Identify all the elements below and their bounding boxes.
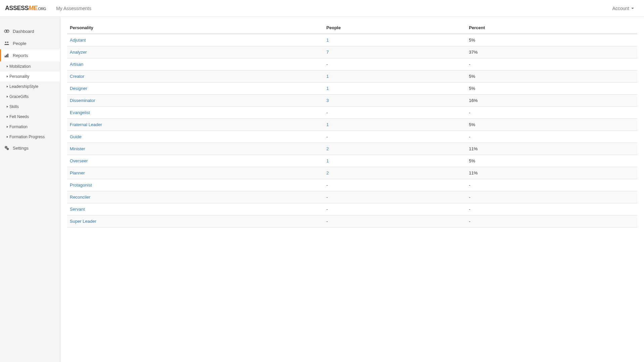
personality-link[interactable]: Designer xyxy=(70,86,87,91)
personality-link[interactable]: Protagonist xyxy=(70,183,92,188)
percent-value: - xyxy=(466,107,637,119)
people-count: - xyxy=(324,58,466,70)
people-count-link[interactable]: 3 xyxy=(327,98,329,103)
personality-link[interactable]: Adjutant xyxy=(70,38,86,43)
personality-link[interactable]: Minister xyxy=(70,146,85,151)
percent-value: 5% xyxy=(466,155,637,167)
table-row: Creator15% xyxy=(67,70,637,83)
sidebar-item-reports[interactable]: Reports xyxy=(0,49,60,61)
table-row: Servant-- xyxy=(67,203,637,215)
people-count-link[interactable]: 7 xyxy=(327,50,329,55)
people-count: - xyxy=(324,203,466,215)
sidebar-sub-formation[interactable]: Formation xyxy=(0,122,60,132)
caret-down-icon xyxy=(631,8,634,9)
table-row: Evangelist-- xyxy=(67,107,637,119)
chevron-right-icon xyxy=(7,96,8,98)
sidebar-item-dashboard[interactable]: Dashboard xyxy=(0,25,60,37)
svg-point-10 xyxy=(7,149,8,149)
chevron-right-icon xyxy=(7,65,8,67)
sidebar-sub-skills[interactable]: Skills xyxy=(0,102,60,112)
percent-value: - xyxy=(466,179,637,191)
people-count-link[interactable]: 2 xyxy=(327,146,329,151)
personality-link[interactable]: Creator xyxy=(70,74,84,79)
chevron-right-icon xyxy=(7,75,8,77)
th-personality: Personality xyxy=(67,22,324,34)
chevron-right-icon xyxy=(7,116,8,118)
top-navbar: ASSESSME.ORG My Assessments Account xyxy=(0,0,644,17)
table-row: Adjutant15% xyxy=(67,34,637,46)
table-row: Guide-- xyxy=(67,131,637,143)
sidebar-sub-formationprogress[interactable]: Formation Progress xyxy=(0,132,60,142)
people-count-link[interactable]: 1 xyxy=(327,38,329,43)
people-count-link[interactable]: 1 xyxy=(327,86,329,91)
table-row: Analyzer737% xyxy=(67,46,637,58)
svg-point-2 xyxy=(5,42,6,43)
people-count: - xyxy=(324,179,466,191)
dashboard-icon xyxy=(4,29,9,34)
chevron-right-icon xyxy=(7,136,8,138)
sidebar-sub-label: Formation xyxy=(9,124,28,129)
people-count-link[interactable]: 1 xyxy=(327,74,329,79)
svg-rect-5 xyxy=(6,55,7,57)
people-count-link[interactable]: 1 xyxy=(327,158,329,163)
reports-icon xyxy=(4,53,9,58)
sidebar-sub-feltneeds[interactable]: Felt Needs xyxy=(0,112,60,122)
people-count: - xyxy=(324,191,466,203)
logo-org: .ORG xyxy=(37,7,46,11)
sidebar: Dashboard People Reports Mobilization Pe… xyxy=(0,17,60,362)
sidebar-sub-label: Skills xyxy=(9,104,19,109)
percent-value: 11% xyxy=(466,143,637,155)
personality-link[interactable]: Evangelist xyxy=(70,110,90,115)
people-icon xyxy=(4,41,9,46)
sidebar-item-label: Dashboard xyxy=(13,29,34,34)
table-row: Overseer15% xyxy=(67,155,637,167)
th-people: People xyxy=(324,22,466,34)
table-row: Disseminator316% xyxy=(67,95,637,107)
table-row: Planner211% xyxy=(67,167,637,179)
percent-value: - xyxy=(466,191,637,203)
settings-icon xyxy=(4,145,9,151)
brand-logo[interactable]: ASSESSME.ORG xyxy=(5,5,46,12)
table-row: Protagonist-- xyxy=(67,179,637,191)
svg-rect-4 xyxy=(5,56,6,57)
sidebar-sub-label: LeadershipStyle xyxy=(9,84,38,89)
svg-point-3 xyxy=(7,42,8,43)
logo-me: ME xyxy=(29,5,37,11)
table-row: Fraternal Leader15% xyxy=(67,119,637,131)
personality-link[interactable]: Analyzer xyxy=(70,50,87,55)
personality-link[interactable]: Planner xyxy=(70,170,85,175)
personality-table: Personality People Percent Adjutant15%An… xyxy=(67,22,637,227)
personality-link[interactable]: Servant xyxy=(70,207,85,212)
chevron-right-icon xyxy=(7,126,8,128)
personality-link[interactable]: Artisan xyxy=(70,62,83,67)
account-label: Account xyxy=(612,6,629,11)
personality-link[interactable]: Overseer xyxy=(70,158,88,163)
sidebar-item-settings[interactable]: Settings xyxy=(0,142,60,154)
sidebar-item-people[interactable]: People xyxy=(0,37,60,49)
personality-link[interactable]: Fraternal Leader xyxy=(70,122,102,127)
percent-value: 16% xyxy=(466,95,637,107)
sidebar-sub-mobilization[interactable]: Mobilization xyxy=(0,61,60,71)
personality-link[interactable]: Super Leader xyxy=(70,219,96,224)
people-count-link[interactable]: 2 xyxy=(327,170,329,175)
people-count-link[interactable]: 1 xyxy=(327,122,329,127)
sidebar-sub-label: GraceGifts xyxy=(9,94,29,99)
table-row: Artisan-- xyxy=(67,58,637,70)
percent-value: - xyxy=(466,215,637,227)
percent-value: 5% xyxy=(466,119,637,131)
personality-link[interactable]: Guide xyxy=(70,134,82,139)
sidebar-sub-personality[interactable]: Personality xyxy=(0,71,60,82)
account-dropdown[interactable]: Account xyxy=(607,1,639,16)
personality-link[interactable]: Disseminator xyxy=(70,98,95,103)
percent-value: 5% xyxy=(466,70,637,83)
percent-value: - xyxy=(466,58,637,70)
sidebar-sub-leadershipstyle[interactable]: LeadershipStyle xyxy=(0,82,60,92)
table-row: Super Leader-- xyxy=(67,215,637,227)
table-row: Designer15% xyxy=(67,83,637,95)
sidebar-sub-label: Felt Needs xyxy=(9,114,29,119)
people-count: - xyxy=(324,215,466,227)
personality-link[interactable]: Reconciler xyxy=(70,195,90,200)
nav-my-assessments[interactable]: My Assessments xyxy=(51,1,96,16)
chevron-right-icon xyxy=(7,106,8,108)
sidebar-sub-gracegifts[interactable]: GraceGifts xyxy=(0,92,60,102)
